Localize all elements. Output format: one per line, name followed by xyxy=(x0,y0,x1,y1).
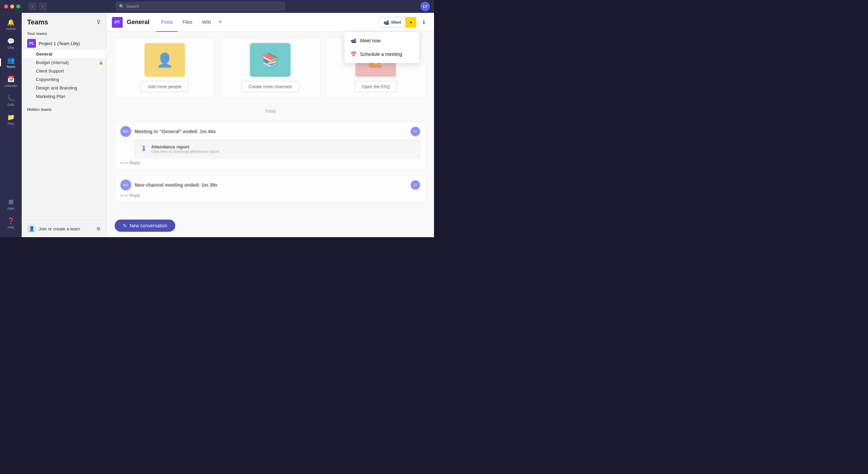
join-team-text: Join or create a team xyxy=(39,226,94,231)
channel-name-budget: Budget (Internal) xyxy=(36,60,97,65)
reply-button-2[interactable]: ↩ ↩ Reply xyxy=(120,193,420,198)
meet-now-item[interactable]: 📹 Meet now xyxy=(344,34,419,47)
attendance-info: Attendance report Click here to download… xyxy=(151,144,219,153)
team-item-project1[interactable]: P1 Project 1 (Team Lilly) ··· xyxy=(22,37,106,50)
header-actions: 📹 Meet ▾ ℹ 📹 Meet now xyxy=(379,17,429,28)
calendar-icon: 📅 xyxy=(7,76,15,83)
meet-dropdown-menu: 📹 Meet now 📅 Schedule a meeting xyxy=(344,32,419,63)
forward-button[interactable]: › xyxy=(39,2,47,11)
sidebar-item-chat[interactable]: 💬 Chat xyxy=(3,35,19,52)
channel-item-marketing[interactable]: Marketing Plan xyxy=(22,92,106,101)
attendance-sub: Click here to download attendance report xyxy=(151,149,219,153)
download-icon: ⬇ xyxy=(140,144,147,153)
msg-text-2: New channel meeting ended: 1m 39s xyxy=(135,182,217,188)
channel-name-design: Design and Branding xyxy=(36,85,103,90)
sidebar-item-activity[interactable]: 🔔 Activity xyxy=(3,16,19,33)
activity-icon: 🔔 xyxy=(7,19,15,26)
meet-button-group: 📹 Meet ▾ xyxy=(379,17,416,28)
sidebar-item-calls[interactable]: 📞 Calls xyxy=(3,91,19,109)
attendance-title: Attendance report xyxy=(151,144,219,149)
join-team-area[interactable]: 👤 Join or create a team ⚙ xyxy=(22,220,106,237)
meet-now-label: Meet now xyxy=(360,38,381,43)
new-conversation-button[interactable]: ✎ New conversation xyxy=(115,220,175,232)
tab-files[interactable]: Files xyxy=(178,13,197,32)
add-tab-button[interactable]: + xyxy=(216,13,225,32)
create-channels-button[interactable]: Create more channels xyxy=(241,81,299,92)
tab-posts[interactable]: Posts xyxy=(156,13,178,32)
reply-button-1[interactable]: ↩ ↩ Reply xyxy=(120,161,420,165)
schedule-label: Schedule a meeting xyxy=(360,51,402,57)
maximize-button[interactable] xyxy=(16,4,20,8)
add-people-card: 👤 Add more people xyxy=(115,37,215,98)
channel-name-marketing: Marketing Plan xyxy=(36,94,103,99)
apps-icon: ⊞ xyxy=(7,198,15,206)
traffic-lights xyxy=(4,4,20,8)
info-icon: ℹ xyxy=(423,19,425,25)
channel-name-copywriting: Copywriting xyxy=(36,77,103,82)
meet-button[interactable]: 📹 Meet xyxy=(379,17,406,28)
filter-icon[interactable]: ⊽ xyxy=(97,19,101,25)
teams-icon: 👥 xyxy=(7,57,15,64)
settings-icon[interactable]: ⚙ xyxy=(96,226,101,231)
titlebar-nav: ‹ › xyxy=(28,2,47,11)
create-channels-card: 📚 Create more channels xyxy=(220,37,320,98)
chevron-down-icon: ▾ xyxy=(410,20,412,25)
schedule-meeting-item[interactable]: 📅 Schedule a meeting xyxy=(344,47,419,61)
user-avatar[interactable]: LY xyxy=(420,2,430,11)
msg-avatar-2: MS xyxy=(120,180,131,190)
attendance-card[interactable]: ⬇ Attendance report Click here to downlo… xyxy=(135,140,420,158)
rail-bottom: ⊞ Apps ❓ Help xyxy=(3,195,19,234)
close-button[interactable] xyxy=(4,4,8,8)
meet-now-icon: 📹 xyxy=(350,37,357,44)
channel-item-budget[interactable]: Budget (Internal) 🔒 xyxy=(22,58,106,67)
channel-item-design[interactable]: Design and Branding xyxy=(22,84,106,92)
open-faq-button[interactable]: Open the FAQ xyxy=(355,81,397,92)
files-icon: 📁 xyxy=(7,114,15,121)
hidden-teams-label: Hidden teams xyxy=(22,105,106,113)
back-button[interactable]: ‹ xyxy=(28,2,37,11)
titlebar: ‹ › 🔍 Search LY xyxy=(0,0,434,13)
meet-dropdown-button[interactable]: ▾ xyxy=(406,17,416,28)
sidebar-item-apps[interactable]: ⊞ Apps xyxy=(3,195,19,213)
channel-item-general[interactable]: General xyxy=(22,50,106,58)
your-teams-label: Your teams xyxy=(22,29,106,37)
message-item-1: MS Meeting in "General" ended: 1m 44s LY… xyxy=(115,122,426,170)
create-channels-illustration: 📚 xyxy=(250,43,291,77)
minimize-button[interactable] xyxy=(10,4,14,8)
channel-header: PT General Posts Files Wiki + 📹 xyxy=(106,13,434,32)
icon-rail: 🔔 Activity 💬 Chat 👥 Teams 📅 Calendar 📞 C… xyxy=(0,13,22,237)
team-avatar: P1 xyxy=(27,39,36,48)
date-divider: Today xyxy=(115,109,426,114)
chat-icon: 💬 xyxy=(7,38,15,45)
tab-wiki[interactable]: Wiki xyxy=(197,13,216,32)
channel-list: General Budget (Internal) 🔒 Client Suppo… xyxy=(22,50,106,101)
sidebar-item-files[interactable]: 📁 Files xyxy=(3,110,19,128)
info-button[interactable]: ℹ xyxy=(419,18,429,27)
search-placeholder: Search xyxy=(126,4,139,9)
private-channel-icon: 🔒 xyxy=(99,60,103,65)
app-body: 🔔 Activity 💬 Chat 👥 Teams 📅 Calendar 📞 C… xyxy=(0,13,434,237)
sidebar-item-calendar[interactable]: 📅 Calendar xyxy=(3,73,19,90)
calls-icon: 📞 xyxy=(7,95,15,102)
message-header-2: MS New channel meeting ended: 1m 39s LY xyxy=(120,180,420,190)
channel-name-general: General xyxy=(36,51,103,57)
main-content: PT General Posts Files Wiki + 📹 xyxy=(106,13,434,237)
msg-avatar-1: MS xyxy=(120,126,131,137)
sidebar-item-help[interactable]: ❓ Help xyxy=(3,214,19,232)
sidebar: Teams ⊽ Your teams P1 Project 1 (Team Li… xyxy=(22,13,106,237)
schedule-icon: 📅 xyxy=(350,51,357,58)
message-header-1: MS Meeting in "General" ended: 1m 44s LY xyxy=(120,126,420,137)
camera-icon: 📹 xyxy=(383,20,389,25)
channel-header-avatar: PT xyxy=(112,17,123,28)
channel-name-client-support: Client Support xyxy=(36,68,103,74)
search-bar[interactable]: 🔍 Search xyxy=(116,2,285,11)
new-conversation-area: ✎ New conversation xyxy=(106,215,434,237)
team-name: Project 1 (Team Lilly) xyxy=(39,41,97,46)
msg-text-1: Meeting in "General" ended: 1m 44s xyxy=(135,129,216,134)
add-people-button[interactable]: Add more people xyxy=(141,81,189,92)
channel-item-copywriting[interactable]: Copywriting xyxy=(22,75,106,84)
search-icon: 🔍 xyxy=(119,4,124,9)
channel-item-client-support[interactable]: Client Support xyxy=(22,67,106,75)
sidebar-item-teams[interactable]: 👥 Teams xyxy=(3,54,19,71)
msg-user-avatar-1: LY xyxy=(411,127,420,136)
